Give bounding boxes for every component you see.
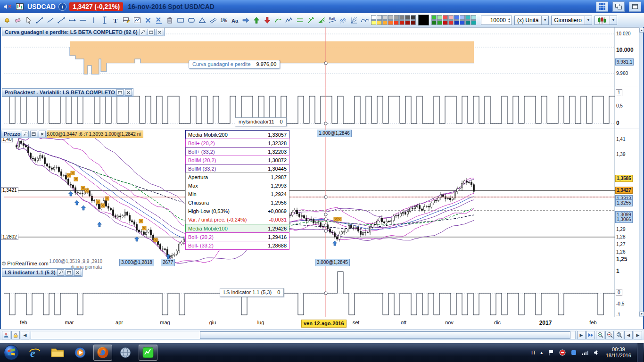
variables-panel-header[interactable]: ProBacktest - Variabili: LS BETA COMPLET… xyxy=(2,88,133,97)
taskbar-mediaplayer-icon[interactable] xyxy=(71,345,90,361)
window-icon[interactable] xyxy=(148,29,155,35)
chart-window-icon[interactable] xyxy=(15,2,25,11)
wrench-icon[interactable] xyxy=(57,269,64,276)
close-icon[interactable] xyxy=(156,29,163,35)
color-swatch[interactable] xyxy=(431,15,437,20)
color-swatch[interactable] xyxy=(471,15,476,20)
price-panel-header[interactable]: Prezzo xyxy=(1,130,47,138)
color-swatch[interactable] xyxy=(411,15,416,20)
tray-app-icon[interactable] xyxy=(570,349,578,356)
horizontal-ray-icon[interactable] xyxy=(66,14,77,26)
color-swatch[interactable] xyxy=(437,20,442,25)
color-swatch[interactable] xyxy=(394,20,399,25)
trash-icon[interactable] xyxy=(164,14,175,26)
triangle-icon[interactable] xyxy=(197,14,207,26)
rounded-rect-icon[interactable] xyxy=(186,14,197,26)
start-button[interactable] xyxy=(2,343,21,362)
color-swatch-black[interactable] xyxy=(418,15,429,25)
close-icon[interactable] xyxy=(125,89,132,96)
color-swatch[interactable] xyxy=(388,20,393,25)
tray-expand-icon[interactable]: ▲ xyxy=(540,351,544,355)
raff-channel-icon[interactable]: Raff xyxy=(327,14,338,26)
color-swatch[interactable] xyxy=(388,15,393,20)
workspace-grid-icon[interactable] xyxy=(596,1,608,12)
color-swatch[interactable] xyxy=(405,15,410,20)
clock[interactable]: 00:39 18/11/2016 xyxy=(606,346,631,359)
vertical-segment-icon[interactable] xyxy=(88,14,99,26)
percent-icon[interactable]: 1% xyxy=(218,14,229,26)
rectangle-icon[interactable] xyxy=(175,14,186,26)
vertical-line-icon[interactable] xyxy=(99,14,110,26)
delete-all-icon[interactable] xyxy=(153,14,164,26)
color-swatch[interactable] xyxy=(437,15,442,20)
wrench-icon[interactable] xyxy=(139,29,146,35)
arrow-up-icon[interactable] xyxy=(251,14,262,26)
color-swatch[interactable] xyxy=(399,15,405,20)
color-swatch[interactable] xyxy=(377,15,382,20)
quantity-spin-arrows[interactable]: ▲▼ xyxy=(508,17,511,23)
tray-flag-icon[interactable] xyxy=(547,349,555,356)
font-icon[interactable]: Aa xyxy=(229,14,240,26)
scrollbar-track[interactable] xyxy=(31,331,576,339)
scrollbar-thumb[interactable] xyxy=(200,331,571,339)
unit-select[interactable]: (x) Unità ▼ xyxy=(514,16,549,25)
color-swatch[interactable] xyxy=(371,15,376,20)
window-icon[interactable] xyxy=(30,131,37,137)
color-swatch[interactable] xyxy=(454,15,459,20)
taskbar-prorealtime-icon[interactable] xyxy=(139,345,157,361)
equity-panel-header[interactable]: Curva guadagni e perdite: LS BETA COMPLE… xyxy=(2,28,165,36)
alarm-icon[interactable] xyxy=(1,14,12,26)
language-indicator[interactable]: IT xyxy=(531,350,536,355)
new-window-icon[interactable] xyxy=(629,1,641,12)
scroll-right-arrow[interactable]: ▶ xyxy=(577,331,586,339)
latest-data-icon[interactable] xyxy=(586,331,595,339)
pan-left-icon[interactable]: ◀ xyxy=(624,331,633,339)
color-swatch[interactable] xyxy=(399,20,405,25)
mute-alerts-icon[interactable] xyxy=(3,2,12,11)
mini-chart-icon[interactable] xyxy=(132,14,142,26)
pointer-icon[interactable] xyxy=(23,14,34,26)
color-swatch[interactable] xyxy=(454,20,459,25)
color-swatch[interactable] xyxy=(382,15,388,20)
extended-line-icon[interactable] xyxy=(56,14,66,26)
color-swatch[interactable] xyxy=(411,20,416,25)
pan-right-icon[interactable]: ▶ xyxy=(634,331,642,339)
pitchfork-icon[interactable] xyxy=(305,14,316,26)
ls-panel-header[interactable]: LS indicator 1.1 (5 3) xyxy=(2,268,83,277)
speed-lines-icon[interactable] xyxy=(316,14,327,26)
double-zigzag-icon[interactable] xyxy=(338,14,348,26)
arrow-right-icon[interactable] xyxy=(240,14,251,26)
color-swatch[interactable] xyxy=(382,20,388,25)
tray-volume-icon[interactable] xyxy=(593,349,600,356)
color-swatch[interactable] xyxy=(394,15,399,20)
taskbar-browser-globe-icon[interactable] xyxy=(116,345,135,361)
taskbar-explorer-icon[interactable] xyxy=(48,345,67,361)
chart-type-button[interactable]: ▼ xyxy=(594,16,617,25)
tile-windows-icon[interactable] xyxy=(612,1,625,12)
cycle-lines-icon[interactable] xyxy=(359,14,370,26)
wrench-icon[interactable] xyxy=(22,131,29,137)
close-icon[interactable] xyxy=(74,269,81,276)
timeframe-select[interactable]: Giornaliero ▼ xyxy=(551,16,592,25)
lock-icon[interactable] xyxy=(11,331,20,339)
window-icon[interactable] xyxy=(116,89,124,96)
user-icon[interactable] xyxy=(2,331,10,339)
color-swatch[interactable] xyxy=(431,20,437,25)
color-swatch[interactable] xyxy=(443,20,448,25)
gann-fan-icon[interactable] xyxy=(348,14,359,26)
color-swatch[interactable] xyxy=(405,20,410,25)
tray-network-icon[interactable] xyxy=(581,349,589,356)
segment-icon[interactable] xyxy=(45,14,56,26)
arrow-down-icon[interactable] xyxy=(262,14,272,26)
channel-icon[interactable] xyxy=(207,14,218,26)
taskbar-firefox-icon[interactable] xyxy=(93,345,112,361)
color-swatch[interactable] xyxy=(460,15,465,20)
zoom-in-icon[interactable] xyxy=(596,331,604,339)
show-desktop-button[interactable] xyxy=(637,343,643,362)
color-swatch[interactable] xyxy=(460,20,465,25)
tray-badge-icon[interactable] xyxy=(559,349,566,356)
scale-scroll-up-icon[interactable]: ▲ xyxy=(639,28,644,33)
info-icon[interactable]: i xyxy=(58,3,66,11)
color-swatch[interactable] xyxy=(443,15,448,20)
color-swatch[interactable] xyxy=(448,15,454,20)
